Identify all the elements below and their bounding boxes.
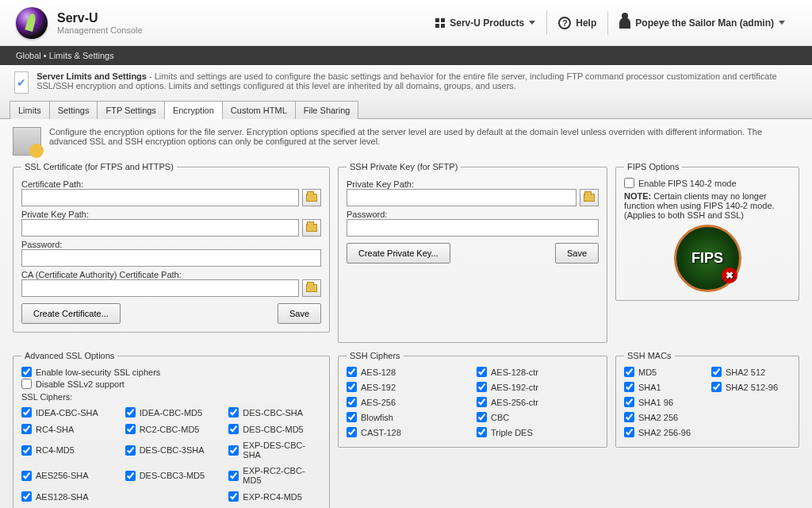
ssl-cipher-idea-cbc-sha[interactable]: IDEA-CBC-SHA [21, 407, 114, 418]
ssh-cipher-aes-128[interactable]: AES-128 [347, 367, 469, 377]
ssl-password-label: Password: [21, 240, 321, 249]
ssh-password-input[interactable] [347, 219, 599, 237]
ssh-privkey-label: Private Key Path: [347, 179, 599, 189]
ssl-cipher-exp-rc2-cbc-md5[interactable]: EXP-RC2-CBC-MD5 [228, 466, 321, 485]
ssh-save-button[interactable]: Save [555, 243, 599, 264]
ssh-macs-legend: SSH MACs [624, 351, 675, 360]
ca-path-label: CA (Certificate Authority) Certificate P… [21, 270, 321, 279]
ssl-cipher-idea-cbc-md5[interactable]: IDEA-CBC-MD5 [125, 407, 218, 418]
folder-icon [584, 194, 595, 202]
ssh-cipher-triple-des[interactable]: Triple DES [477, 427, 599, 437]
ssh-cipher-aes-192[interactable]: AES-192 [347, 382, 469, 392]
folder-icon [306, 224, 317, 232]
products-label: Serv-U Products [450, 17, 524, 29]
ssh-mac-sha2-256[interactable]: SHA2 256 [624, 412, 703, 422]
app-subtitle: Management Console [57, 25, 143, 35]
ssh-mac-sha2-512-96[interactable]: SHA2 512-96 [711, 382, 791, 392]
ssh-key-legend: SSH Private Key (for SFTP) [347, 162, 461, 171]
page-description: Server Limits and Settings - Limits and … [36, 71, 798, 90]
ssl-password-input[interactable] [21, 249, 321, 267]
grid-icon [435, 18, 445, 28]
ssl-cipher-des-cbc3-md5[interactable]: DES-CBC3-MD5 [125, 466, 218, 485]
fips-badge-icon: FIPS [674, 225, 741, 292]
ssh-private-key-group: SSH Private Key (for SFTP) Private Key P… [338, 162, 607, 343]
server-icon [13, 127, 41, 156]
fips-note: NOTE: Certain clients may no longer func… [624, 191, 791, 220]
ssl-cipher-des-cbc-3sha[interactable]: DES-CBC-3SHA [125, 441, 218, 460]
ssh-cipher-aes-256[interactable]: AES-256 [347, 397, 469, 407]
ssh-mac-sha1-96[interactable]: SHA1 96 [624, 397, 703, 407]
products-menu[interactable]: Serv-U Products [424, 17, 546, 29]
ssl-cipher-des-cbc-md5[interactable]: DES-CBC-MD5 [228, 424, 321, 434]
ssl-cipher-aes128-sha[interactable]: AES128-SHA [21, 491, 114, 502]
ssh-mac-sha2-512[interactable]: SHA2 512 [711, 367, 791, 377]
ssl-privkey-label: Private Key Path: [21, 210, 321, 219]
tab-custom-html[interactable]: Custom HTML [222, 101, 296, 119]
ssl-cipher-rc4-sha[interactable]: RC4-SHA [21, 424, 114, 434]
app-logo [16, 7, 48, 39]
ssh-cipher-blowfish[interactable]: Blowfish [347, 412, 469, 422]
ssh-ciphers-legend: SSH Ciphers [347, 351, 404, 360]
ssh-cipher-cast-128[interactable]: CAST-128 [347, 427, 469, 437]
tab-settings[interactable]: Settings [49, 101, 98, 119]
ca-path-input[interactable] [21, 279, 299, 297]
tab-bar: Limits Settings FTP Settings Encryption … [0, 100, 812, 119]
tab-ftp-settings[interactable]: FTP Settings [97, 101, 164, 119]
user-menu[interactable]: Popeye the Sailor Man (admin) [608, 17, 796, 29]
ssh-mac-md5[interactable]: MD5 [624, 367, 703, 377]
ssl-cipher-aes256-sha[interactable]: AES256-SHA [21, 466, 114, 485]
fips-legend: FIPS Options [624, 162, 682, 171]
ssl-cipher-rc4-md5[interactable]: RC4-MD5 [21, 441, 114, 460]
ca-path-browse-button[interactable] [302, 279, 321, 297]
create-certificate-button[interactable]: Create Certificate... [21, 303, 121, 324]
user-icon [619, 17, 630, 29]
enable-low-security-checkbox[interactable]: Enable low-security SSL ciphers [21, 367, 321, 377]
chevron-down-icon [529, 21, 535, 25]
cert-path-browse-button[interactable] [302, 189, 321, 206]
breadcrumb: Global • Limits & Settings [0, 46, 812, 65]
ssh-cipher-aes-256-ctr[interactable]: AES-256-ctr [477, 397, 599, 407]
ssh-mac-sha1[interactable]: SHA1 [624, 382, 703, 392]
folder-icon [306, 284, 317, 292]
fips-options-group: FIPS Options Enable FIPS 140-2 mode NOTE… [615, 162, 799, 301]
ssh-privkey-input[interactable] [347, 189, 576, 206]
checklist-icon: ✔ [14, 71, 29, 94]
enable-fips-checkbox[interactable]: Enable FIPS 140-2 mode [624, 178, 791, 188]
ssl-cert-legend: SSL Certificate (for FTPS and HTTPS) [21, 162, 177, 171]
ssl-cipher-rc2-cbc-md5[interactable]: RC2-CBC-MD5 [125, 424, 218, 434]
ssl-certificate-group: SSL Certificate (for FTPS and HTTPS) Cer… [13, 162, 330, 333]
cert-path-input[interactable] [21, 189, 299, 206]
ssl-cipher-exp-rc4-md5[interactable]: EXP-RC4-MD5 [228, 491, 321, 502]
ssl-save-button[interactable]: Save [278, 303, 321, 324]
disable-sslv2-checkbox[interactable]: Disable SSLv2 support [21, 379, 321, 389]
user-label: Popeye the Sailor Man (admin) [635, 17, 774, 29]
tab-file-sharing[interactable]: File Sharing [295, 101, 359, 119]
ssh-privkey-browse-button[interactable] [580, 189, 599, 206]
ssh-cipher-cbc[interactable]: CBC [477, 412, 599, 422]
app-title: Serv-U [57, 11, 143, 25]
ssl-cipher-des-cbc-sha[interactable]: DES-CBC-SHA [228, 407, 321, 418]
create-private-key-button[interactable]: Create Private Key... [347, 243, 450, 264]
help-button[interactable]: ? Help [547, 17, 607, 29]
adv-ssl-legend: Advanced SSL Options [21, 351, 117, 360]
ssl-privkey-browse-button[interactable] [302, 219, 321, 237]
folder-icon [306, 194, 317, 202]
chevron-down-icon [779, 21, 785, 25]
intro-text: Configure the encryption options for the… [49, 127, 799, 146]
tab-limits[interactable]: Limits [10, 101, 50, 119]
cert-path-label: Certificate Path: [21, 179, 321, 189]
help-label: Help [576, 17, 596, 29]
tab-encryption[interactable]: Encryption [164, 101, 223, 119]
advanced-ssl-options-group: Advanced SSL Options Enable low-security… [13, 351, 330, 508]
ssl-privkey-input[interactable] [21, 219, 299, 237]
ssh-ciphers-group: SSH Ciphers AES-128AES-128-ctrAES-192AES… [338, 351, 607, 448]
ssh-mac-sha2-256-96[interactable]: SHA2 256-96 [624, 427, 703, 437]
ssh-cipher-aes-192-ctr[interactable]: AES-192-ctr [477, 382, 599, 392]
ssh-macs-group: SSH MACs MD5SHA2 512SHA1SHA2 512-96SHA1 … [615, 351, 799, 448]
help-icon: ? [558, 17, 571, 29]
ssl-cipher-exp-des-cbc-sha[interactable]: EXP-DES-CBC-SHA [228, 441, 321, 460]
ssh-cipher-aes-128-ctr[interactable]: AES-128-ctr [477, 367, 599, 377]
ssl-ciphers-label: SSL Ciphers: [21, 392, 321, 402]
ssh-password-label: Password: [347, 210, 599, 219]
